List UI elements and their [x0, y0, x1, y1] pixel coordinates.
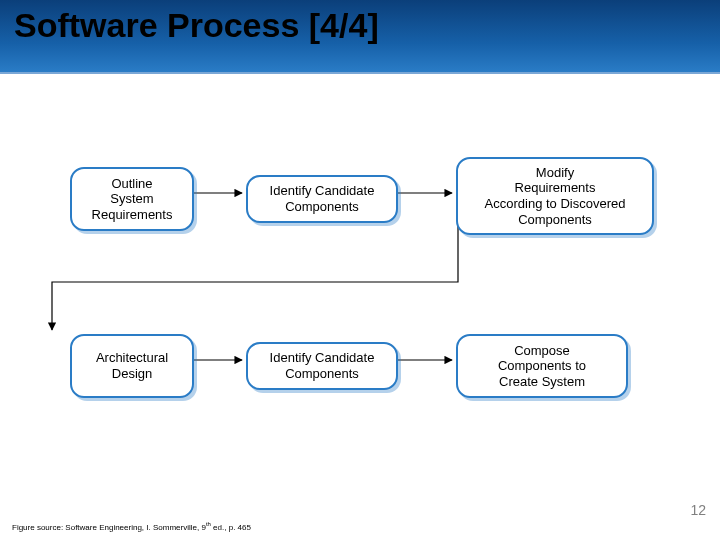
arrow-n3-n4: [52, 222, 458, 330]
figure-source: Figure source: Software Engineering, I. …: [12, 521, 251, 532]
node-identify-candidate-1: Identify Candidate Components: [246, 175, 398, 223]
node-label: Architectural Design: [96, 350, 168, 381]
node-label: Compose Components to Create System: [498, 343, 586, 390]
node-architectural-design: Architectural Design: [70, 334, 194, 398]
node-modify-requirements: Modify Requirements According to Discove…: [456, 157, 654, 235]
node-identify-candidate-2: Identify Candidate Components: [246, 342, 398, 390]
node-outline-requirements: Outline System Requirements: [70, 167, 194, 231]
page-number: 12: [690, 502, 706, 518]
node-compose-system: Compose Components to Create System: [456, 334, 628, 398]
source-prefix: Figure source: Software Engineering, I. …: [12, 523, 206, 532]
node-label: Outline System Requirements: [92, 176, 173, 223]
node-label: Identify Candidate Components: [270, 183, 375, 214]
arrow-layer: [0, 72, 720, 492]
diagram-stage: Outline System Requirements Identify Can…: [0, 72, 720, 492]
source-suffix: ed., p. 465: [211, 523, 251, 532]
title-bar: Software Process [4/4]: [0, 0, 720, 74]
node-label: Modify Requirements According to Discove…: [485, 165, 626, 227]
node-label: Identify Candidate Components: [270, 350, 375, 381]
slide-title: Software Process [4/4]: [14, 6, 379, 45]
